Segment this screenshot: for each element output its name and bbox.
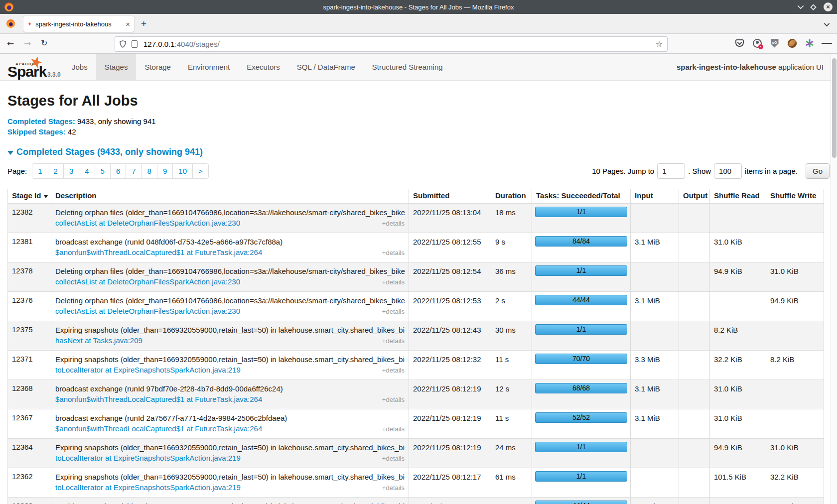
items-per-page-input[interactable] xyxy=(714,163,742,179)
page-button-2[interactable]: 2 xyxy=(48,163,64,179)
page-button-3[interactable]: 3 xyxy=(63,163,79,179)
page-info-icon[interactable] xyxy=(132,40,138,48)
col-header-shuffle-read[interactable]: Shuffle Read xyxy=(710,189,766,204)
stages-table: Stage IdDescriptionSubmittedDurationTask… xyxy=(7,189,824,504)
tab-close-icon[interactable]: × xyxy=(126,20,130,28)
stage-detail-link[interactable]: hasNext at Tasks.java:209 xyxy=(55,336,142,346)
stage-id-cell: 12368 xyxy=(8,380,51,409)
shuffle-read-cell: 101.5 KiB xyxy=(710,468,766,498)
page-button-6[interactable]: 6 xyxy=(110,163,126,179)
stage-table-row: 12382 Deleting orphan files (older_than=… xyxy=(8,204,824,233)
details-toggle[interactable]: +details xyxy=(382,219,405,229)
col-header-duration[interactable]: Duration xyxy=(491,189,532,204)
jump-to-page-input[interactable] xyxy=(657,163,685,179)
col-header-stage-id[interactable]: Stage Id xyxy=(8,189,51,204)
page-button-4[interactable]: 4 xyxy=(79,163,95,179)
bookmark-star-icon[interactable]: ☆ xyxy=(656,39,663,49)
url-bar[interactable]: 127.0.0.1:4040/stages/ ☆ xyxy=(115,36,668,52)
duration-cell: 11 s xyxy=(491,351,532,380)
col-header-output[interactable]: Output xyxy=(679,189,710,204)
stage-detail-link[interactable]: collectAsList at DeleteOrphanFilesSparkA… xyxy=(55,218,240,228)
stage-detail-link[interactable]: toLocalIterator at ExpireSnapshotsSparkA… xyxy=(55,483,241,493)
details-toggle[interactable]: +details xyxy=(382,424,405,434)
stage-detail-link[interactable]: toLocalIterator at ExpireSnapshotsSparkA… xyxy=(55,365,241,375)
tracking-shield-icon[interactable] xyxy=(120,40,126,48)
stage-detail-link[interactable]: collectAsList at DeleteOrphanFilesSparkA… xyxy=(55,277,240,287)
details-toggle[interactable]: +details xyxy=(382,277,405,287)
skipped-stages-label[interactable]: Skipped Stages: xyxy=(7,127,66,136)
details-toggle[interactable]: +details xyxy=(382,336,405,346)
details-toggle[interactable]: +details xyxy=(382,454,405,464)
back-button[interactable]: ← xyxy=(7,38,14,48)
cookie-extension-icon[interactable] xyxy=(787,38,797,48)
duration-cell: 24 ms xyxy=(491,439,532,468)
page-button-8[interactable]: 8 xyxy=(141,163,157,179)
go-button[interactable]: Go xyxy=(806,163,830,179)
stage-detail-link[interactable]: $anonfun$withThreadLocalCaptured$1 at Fu… xyxy=(55,394,262,404)
window-close-button[interactable]: × xyxy=(824,2,833,11)
stage-detail-link[interactable]: toLocalIterator at ExpireSnapshotsSparkA… xyxy=(55,453,241,463)
new-tab-button[interactable]: + xyxy=(141,19,146,29)
stage-detail-link[interactable]: collectAsList at DeleteOrphanFilesSparkA… xyxy=(55,306,240,316)
reload-button[interactable]: ↻ xyxy=(41,38,47,48)
completed-stages-section-toggle[interactable]: Completed Stages (9433, only showing 941… xyxy=(7,147,837,157)
input-cell: 3.1 MiB xyxy=(631,409,679,439)
details-toggle[interactable]: +details xyxy=(382,483,405,493)
input-cell: 3.1 MiB xyxy=(631,233,679,262)
duration-cell: 2 s xyxy=(491,292,532,321)
col-header-input[interactable]: Input xyxy=(631,189,679,204)
stage-detail-link[interactable]: $anonfun$withThreadLocalCaptured$1 at Fu… xyxy=(55,424,262,434)
menu-hamburger-icon[interactable] xyxy=(822,38,832,48)
url-text[interactable]: 127.0.0.1:4040/stages/ xyxy=(143,40,656,48)
details-toggle[interactable]: +details xyxy=(382,366,405,376)
page-scrollbar[interactable] xyxy=(831,54,837,504)
ublock-shield-icon[interactable]: uO xyxy=(769,38,780,48)
account-icon[interactable] xyxy=(752,38,762,48)
pocket-icon[interactable] xyxy=(734,38,745,48)
nav-item-environment[interactable]: Environment xyxy=(179,54,238,80)
spark-logo[interactable]: ★ APACHE Spark 3.3.0 xyxy=(7,55,62,80)
completed-stages-value: 9433, only showing 941 xyxy=(75,117,156,126)
tasks-cell: 44/44 xyxy=(532,292,631,321)
details-toggle[interactable]: +details xyxy=(382,307,405,317)
browser-tab[interactable]: ✦ spark-ingest-into-lakehous × xyxy=(23,16,134,32)
firefox-view-icon[interactable] xyxy=(6,19,15,28)
col-header-description[interactable]: Description xyxy=(51,189,409,204)
col-header-submitted[interactable]: Submitted xyxy=(409,189,491,204)
completed-stages-label[interactable]: Completed Stages: xyxy=(7,117,75,126)
nav-item-storage[interactable]: Storage xyxy=(136,54,179,80)
spark-navbar: ★ APACHE Spark 3.3.0 JobsStagesStorageEn… xyxy=(0,54,837,81)
input-cell: 3.3 MiB xyxy=(631,351,679,380)
submitted-cell: 2022/11/25 08:13:04 xyxy=(409,204,491,233)
scrollbar-thumb[interactable] xyxy=(832,58,837,158)
extension-asterisk-icon[interactable] xyxy=(804,38,815,48)
stage-id-cell: 12364 xyxy=(8,439,51,468)
details-toggle[interactable]: +details xyxy=(382,248,405,258)
page-button-9[interactable]: 9 xyxy=(157,163,173,179)
nav-item-structured-streaming[interactable]: Structured Streaming xyxy=(364,54,451,80)
nav-item-stages[interactable]: Stages xyxy=(96,54,137,80)
details-toggle[interactable]: +details xyxy=(382,395,405,405)
nav-item-executors[interactable]: Executors xyxy=(238,54,288,80)
window-maximize-button[interactable] xyxy=(810,4,817,10)
page-button-7[interactable]: 7 xyxy=(126,163,141,179)
forward-button[interactable]: → xyxy=(24,38,31,48)
tasks-progress-label: 1/1 xyxy=(576,325,586,333)
page-button-1[interactable]: 1 xyxy=(32,163,48,179)
col-header-tasks-succeeded-total[interactable]: Tasks: Succeeded/Total xyxy=(532,189,631,204)
nav-item-sql-dataframe[interactable]: SQL / DataFrame xyxy=(288,54,364,80)
next-page-button[interactable]: > xyxy=(192,163,209,179)
input-cell: 3.1 MiB xyxy=(631,498,679,504)
submitted-cell: 2022/11/25 08:12:55 xyxy=(409,233,491,262)
stage-description: Deleting orphan files (older_than=166910… xyxy=(55,296,405,306)
page-button-5[interactable]: 5 xyxy=(95,163,111,179)
tasks-cell: 1/1 xyxy=(532,262,631,292)
page-button-10[interactable]: 10 xyxy=(172,163,193,179)
col-header-shuffle-write[interactable]: Shuffle Write xyxy=(766,189,824,204)
description-cell: Expiring snapshots (older_than=166932055… xyxy=(51,439,409,468)
stage-detail-link[interactable]: $anonfun$withThreadLocalCaptured$1 at Fu… xyxy=(55,248,262,257)
list-all-tabs-icon[interactable] xyxy=(824,21,830,26)
input-cell: 3.1 MiB xyxy=(631,380,679,409)
window-minimize-button[interactable] xyxy=(798,3,804,9)
nav-item-jobs[interactable]: Jobs xyxy=(63,54,96,80)
